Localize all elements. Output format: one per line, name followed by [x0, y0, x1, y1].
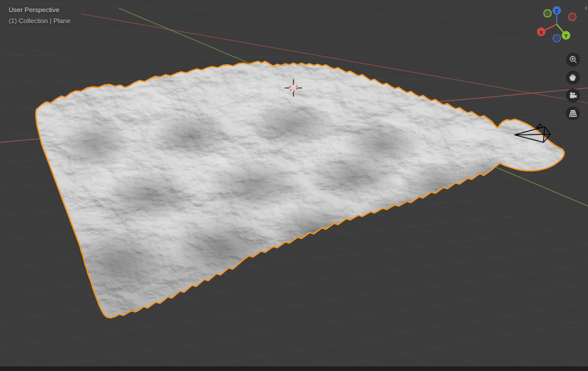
toggle-orthographic-icon — [566, 106, 580, 120]
viewport-header: User Perspective (1) Collection | Plane — [9, 5, 71, 27]
view-perspective-label: User Perspective — [9, 5, 71, 16]
blender-3d-viewport[interactable]: User Perspective (1) Collection | Plane … — [0, 0, 588, 371]
pan-hand-icon — [566, 71, 580, 85]
toggle-orthographic-button[interactable] — [566, 106, 580, 120]
gizmo-y-label: Y — [564, 33, 568, 39]
gizmo-x-label: X — [539, 30, 543, 35]
gizmo-z-label: Z — [555, 8, 558, 14]
navigation-gizmo[interactable]: Z X Y — [537, 3, 578, 46]
gizmo-x-negative-ball[interactable] — [569, 13, 576, 21]
gizmo-z-negative-ball[interactable] — [553, 35, 561, 42]
sidebar-toggle[interactable]: ‹ — [585, 3, 587, 12]
terrain-mesh[interactable] — [23, 52, 579, 330]
terrain-shading — [23, 52, 579, 330]
pan-button[interactable] — [566, 71, 580, 85]
camera-view-button[interactable] — [566, 89, 580, 102]
gizmo-y-negative-ball[interactable] — [544, 10, 552, 17]
status-bar — [0, 366, 588, 371]
zoom-icon — [566, 53, 580, 67]
zoom-button[interactable] — [566, 53, 580, 67]
breadcrumb: (1) Collection | Plane — [9, 16, 71, 27]
scene-canvas — [0, 0, 588, 371]
camera-view-icon — [566, 89, 580, 102]
viewport-controls — [566, 53, 580, 120]
